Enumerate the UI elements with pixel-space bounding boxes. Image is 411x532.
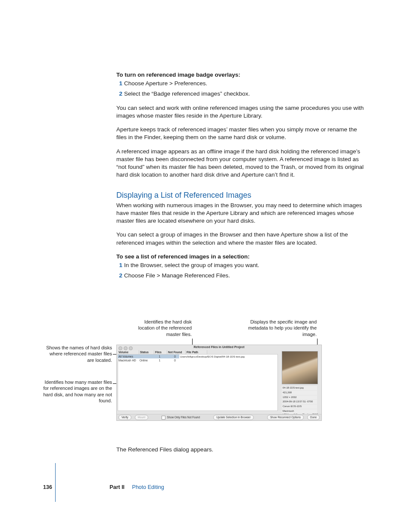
cell-files: 1 bbox=[153, 355, 166, 358]
caption: The Referenced Files dialog appears. bbox=[116, 446, 213, 453]
referenced-files-dialog: Referenced Files in Untitled Project Vol… bbox=[116, 345, 322, 421]
update-selection-button[interactable]: Update Selection in Browser bbox=[213, 415, 253, 420]
callout-disk-names: Shows the names of hard disks where refe… bbox=[43, 345, 112, 363]
meta-date: 2004-09-18 13:57:51 -0700 bbox=[282, 400, 317, 404]
preview-panel: 04-18-1DS-test.jpg 421,268 1352 × 2032 2… bbox=[282, 351, 317, 414]
col-status[interactable]: Status bbox=[139, 350, 154, 354]
procedure-heading-2: To see a list of referenced images in a … bbox=[116, 253, 364, 261]
done-button[interactable]: Done bbox=[307, 415, 320, 420]
cell-files: 1 bbox=[153, 358, 166, 362]
cell-notfound: 0 bbox=[166, 358, 184, 362]
meta-size: 421,268 bbox=[282, 391, 317, 395]
section-title: Displaying a List of Referenced Images bbox=[116, 190, 364, 200]
col-volume[interactable]: Volume bbox=[118, 350, 139, 354]
table-row[interactable]: Macintosh HD Online 1 0 bbox=[118, 358, 232, 362]
table-header: Volume Status Files Not Found File Path bbox=[118, 350, 232, 354]
step-1b: 1In the Browser, select the group of ima… bbox=[124, 261, 364, 269]
col-files[interactable]: Files bbox=[154, 350, 167, 354]
callout-master-file-location: Identifies the hard disk location of the… bbox=[127, 319, 192, 337]
step-2b: 2Choose File > Manage Referenced Files. bbox=[124, 272, 364, 280]
step-1b-text: In the Browser, select the group of imag… bbox=[124, 262, 259, 268]
paragraph: Aperture keeps track of referenced image… bbox=[116, 126, 364, 141]
paragraph: You can select a group of images in the … bbox=[116, 231, 364, 246]
meta-dimensions: 1352 × 2032 bbox=[282, 395, 317, 400]
dialog-title: Referenced Files in Untitled Project bbox=[117, 345, 321, 348]
callout-file-counts: Identifies how many master files for ref… bbox=[43, 379, 112, 404]
procedure-heading-1: To turn on referenced image badge overla… bbox=[116, 71, 364, 79]
show-only-not-found-checkbox[interactable]: Show Only Files Not Found bbox=[162, 416, 200, 420]
page-number: 136 bbox=[43, 484, 52, 490]
cell-volume: All Volumes bbox=[118, 355, 139, 358]
cell-volume: Macintosh HD bbox=[118, 358, 139, 362]
meta-filename: 04-18-1DS-test.jpg bbox=[282, 386, 317, 390]
step-1: 1Choose Aperture > Preferences. bbox=[124, 80, 364, 87]
step-2: 2Select the “Badge referenced images” ch… bbox=[124, 90, 364, 98]
paragraph: When working with numerous images in the… bbox=[116, 202, 364, 225]
meta-camera: Canon EOS-1DS bbox=[282, 404, 317, 409]
step-2b-text: Choose File > Manage Referenced Files. bbox=[124, 272, 230, 279]
step-1-text: Choose Aperture > Preferences. bbox=[124, 80, 207, 87]
preview-thumbnail[interactable] bbox=[282, 351, 318, 384]
col-filepath[interactable]: File Path bbox=[186, 350, 207, 354]
paragraph: You can select and work with online refe… bbox=[116, 104, 364, 120]
verify-button[interactable]: Verify bbox=[118, 415, 131, 420]
col-notfound[interactable]: Not Found bbox=[167, 350, 186, 354]
mount-button[interactable]: Mount bbox=[135, 415, 149, 420]
cell-status bbox=[139, 355, 153, 358]
step-2-text: Select the “Badge referenced images” che… bbox=[124, 90, 250, 97]
section-label: Photo Editing bbox=[132, 484, 164, 490]
file-listbox[interactable] bbox=[118, 354, 278, 411]
part-label: Part II bbox=[109, 484, 125, 490]
dialog-toolbar: Verify Mount Show Only Files Not Found U… bbox=[117, 414, 321, 420]
checkbox-label: Show Only Files Not Found bbox=[167, 416, 200, 419]
paragraph: A referenced image appears as an offline… bbox=[116, 148, 364, 179]
callout-image-preview: Displays the specific image and metadata… bbox=[248, 319, 317, 337]
footer-rule bbox=[55, 463, 56, 502]
cell-status: Online bbox=[139, 358, 153, 362]
show-reconnect-button[interactable]: Show Reconnect Options bbox=[267, 415, 304, 420]
page-footer: 136 Part II Photo Editing bbox=[43, 484, 164, 490]
cell-filepath[interactable]: Users/billgrou/Desktop/EOS Digital/04-18… bbox=[179, 355, 276, 358]
